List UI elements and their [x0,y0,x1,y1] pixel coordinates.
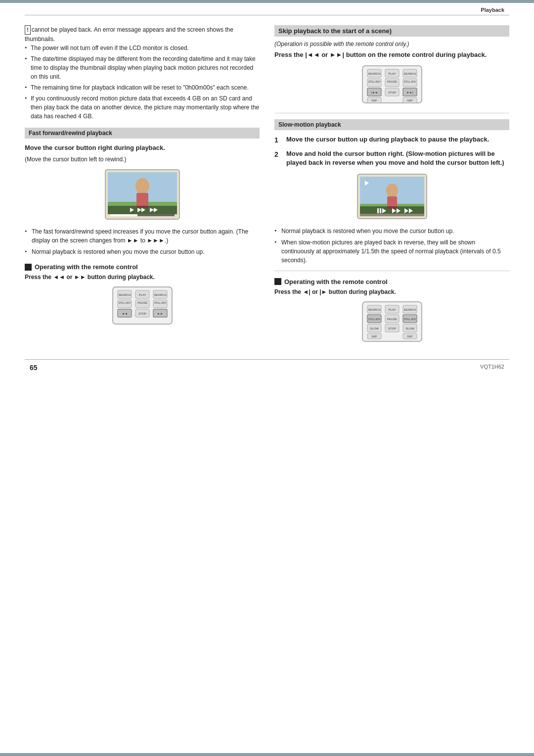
svg-text:PLAY: PLAY [388,72,396,75]
footer-area: 65 VQT1H62 [0,360,534,376]
step-2: 2 Move and hold the cursor button right.… [274,149,509,167]
step-1: 1 Move the cursor button up during playb… [274,135,509,145]
svg-text:►►|: ►►| [406,91,413,94]
skip-playback-title: Skip playback to the start of a scene) [278,27,505,35]
skip-playback-box: Skip playback to the start of a scene) [274,25,509,37]
ff-bullet-2: Normal playback is restored when you mov… [25,247,260,256]
main-content: !cannot be played back. An error message… [0,15,534,349]
remote-image-1: SEARCH PLAY SEARCH STILL ADV PAUSE STILL… [110,284,175,327]
svg-rect-62 [377,208,379,213]
svg-text:SLOW: SLOW [405,327,414,330]
camera-slow-image [355,172,429,221]
black-square-icon-2 [274,278,281,285]
intro-bullet-4: If you continuously record motion pictur… [25,94,260,121]
fast-forward-heading: Fast forward/rewind playback [25,128,260,139]
remote-image-1-container: SEARCH PLAY SEARCH STILL ADV PAUSE STILL… [25,284,260,328]
svg-text:SKIP: SKIP [407,335,413,338]
svg-text:SEARCH: SEARCH [154,293,166,296]
svg-text:STILL ADV: STILL ADV [368,318,380,321]
svg-text:PAUSE: PAUSE [137,301,147,304]
svg-text:PLAY: PLAY [138,293,146,296]
page-container: Playback !cannot be played back. An erro… [0,0,534,756]
slow-bullet-1: Normal playback is restored when you mov… [274,227,509,236]
slow-bullet-2: When slow-motion pictures are played bac… [274,238,509,265]
intro-error-text: !cannot be played back. An error message… [25,25,260,44]
intro-bullet-3: The remaining time for playback indicati… [25,83,260,92]
skip-note: (Operation is possible with the remote c… [274,41,509,47]
remote-skip-image: SEARCH PLAY SEARCH STILL ADV PAUSE STILL… [360,63,424,105]
ff-bullet-1: The fast forward/rewind speed increases … [25,227,260,245]
col-left: !cannot be played back. An error message… [25,15,260,349]
svg-text:STOP: STOP [388,327,396,330]
error-icon: ! [25,25,31,35]
fast-forward-subheading: Move the cursor button right during play… [25,143,260,152]
svg-text:SEARCH: SEARCH [118,293,131,296]
svg-text:SEARCH: SEARCH [403,72,416,75]
svg-text:STILL ADV: STILL ADV [403,318,416,321]
page-header-label: Playback [481,7,504,13]
camera-slow-image-container [274,172,509,223]
divider-1 [274,113,509,113]
svg-text:STILL ADV: STILL ADV [368,80,380,83]
fast-forward-subheading2: (Move the cursor button left to rewind.) [25,155,260,164]
col-right: Skip playback to the start of a scene) (… [274,15,509,349]
svg-text:SLOW: SLOW [370,327,379,330]
svg-text:SEARCH: SEARCH [368,308,380,311]
slow-motion-heading: Slow-motion playback [274,119,509,130]
fast-forward-bullets: The fast forward/rewind speed increases … [25,227,260,256]
svg-text:STOP: STOP [138,312,146,315]
svg-rect-12 [110,214,137,216]
svg-text:STILL ADV: STILL ADV [403,80,416,83]
svg-rect-4 [136,193,148,208]
svg-text:STILL ADV: STILL ADV [118,301,131,304]
camera-ff-image-container [25,167,260,223]
step-2-text: Move and hold the cursor button right. (… [286,149,509,167]
svg-point-3 [135,178,149,194]
svg-text:STILL ADV: STILL ADV [154,301,166,304]
step-1-text: Move the cursor button up during playbac… [286,135,489,145]
bottom-bar [0,753,534,756]
camera-ff-image [103,167,182,222]
operating-remote-1-heading: Operating with the remote control [25,263,260,271]
operating-remote-2-heading: Operating with the remote control [274,278,509,285]
operating-remote-2-press: Press the ◄| or |► button during playbac… [274,288,509,295]
black-square-icon [25,264,32,271]
svg-text:PAUSE: PAUSE [387,318,397,321]
slow-motion-bullets: Normal playback is restored when you mov… [274,227,509,265]
svg-text:SEARCH: SEARCH [403,308,416,311]
remote-skip-container: SEARCH PLAY SEARCH STILL ADV PAUSE STILL… [274,63,509,107]
intro-bullet-1: The power will not turn off even if the … [25,44,260,52]
svg-text:PLAY: PLAY [388,308,396,311]
svg-text:SKIP: SKIP [371,335,377,338]
intro-bullets: The power will not turn off even if the … [25,44,260,121]
svg-point-59 [386,184,398,197]
svg-text:|◄◄: |◄◄ [371,91,377,94]
svg-text:PAUSE: PAUSE [387,80,397,83]
remote-image-2: SEARCH PLAY SEARCH STILL ADV PAUSE STILL… [360,299,424,344]
svg-text:►►: ►► [157,312,163,315]
svg-text:SKIP: SKIP [407,99,413,102]
intro-section: !cannot be played back. An error message… [25,25,260,121]
step-1-num: 1 [274,135,284,145]
step-2-num: 2 [274,149,284,167]
skip-press-instruction: Press the |◄◄ or ►►| button on the remot… [274,50,509,59]
divider-2 [274,271,509,271]
header-area: Playback [0,3,534,15]
page-number: 65 [30,364,38,372]
numbered-section: 1 Move the cursor button up during playb… [274,135,509,167]
svg-rect-63 [380,208,381,213]
remote-image-2-container: SEARCH PLAY SEARCH STILL ADV PAUSE STILL… [274,299,509,345]
model-number: VQT1H62 [480,364,504,372]
svg-text:SKIP: SKIP [371,99,377,102]
svg-text:◄◄: ◄◄ [122,312,128,315]
svg-text:SEARCH: SEARCH [368,72,380,75]
svg-text:STOP: STOP [388,91,396,94]
operating-remote-1-press: Press the ◄◄ or ►► button during playbac… [25,274,260,281]
intro-bullet-2: The date/time displayed may be different… [25,54,260,81]
